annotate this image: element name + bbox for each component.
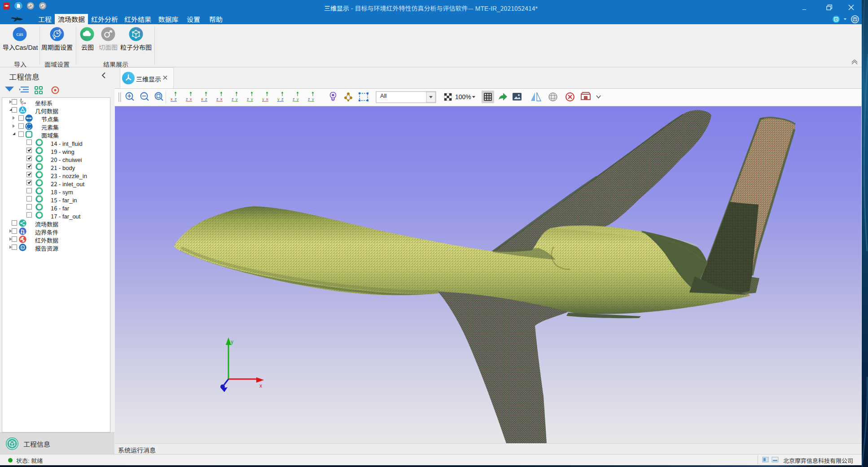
svg-text:Y: Y: [19, 99, 21, 103]
svg-text:z: z: [247, 97, 249, 101]
svg-text:y: y: [236, 97, 238, 101]
svg-text:z: z: [186, 97, 188, 101]
svg-text:All: All: [380, 92, 387, 99]
svg-text:y: y: [277, 97, 280, 101]
svg-text:100%: 100%: [455, 93, 471, 100]
svg-text:y: y: [262, 97, 264, 101]
svg-text:z: z: [22, 99, 23, 103]
svg-text:x: x: [171, 97, 173, 101]
svg-text:y: y: [312, 97, 314, 101]
svg-text:z: z: [308, 97, 310, 101]
svg-text:z: z: [281, 97, 284, 101]
svg-text:cas: cas: [17, 31, 23, 37]
svg-text:x: x: [201, 97, 203, 101]
svg-text:x: x: [266, 97, 268, 101]
svg-text:z: z: [216, 97, 219, 101]
svg-text:y: y: [297, 97, 299, 101]
svg-text:z: z: [175, 97, 177, 101]
svg-text:y: y: [251, 97, 253, 101]
svg-text:x: x: [190, 97, 192, 101]
svg-text:x: x: [220, 97, 223, 101]
svg-text:y: y: [231, 339, 233, 345]
svg-text:z: z: [205, 97, 207, 101]
svg-text:z: z: [232, 97, 234, 101]
svg-text:x: x: [259, 383, 262, 389]
svg-text:z: z: [293, 97, 295, 101]
